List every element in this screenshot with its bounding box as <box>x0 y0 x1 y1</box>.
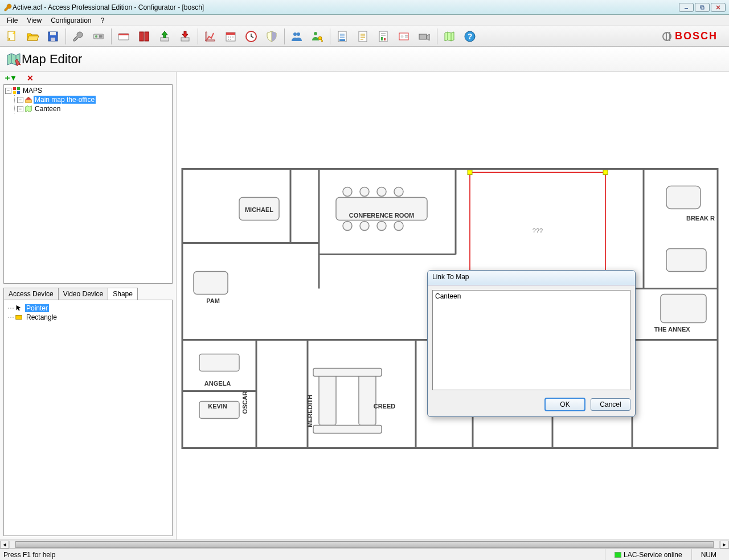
svg-point-21 <box>314 32 317 35</box>
list-item[interactable]: Canteen <box>434 292 629 301</box>
menu-file[interactable]: File <box>2 15 22 26</box>
svg-rect-27 <box>381 37 383 40</box>
svg-rect-15 <box>181 38 189 41</box>
help-icon: ? <box>463 30 477 43</box>
delete-map-button[interactable]: ✕ <box>27 73 34 83</box>
toolbar-new-button[interactable] <box>2 28 22 45</box>
toolbar-doors-button[interactable] <box>134 28 154 45</box>
tree-node-main-map[interactable]: − Main map the-office <box>17 95 171 104</box>
horizontal-scrollbar[interactable]: ◄ ► <box>0 539 729 549</box>
svg-text:???: ??? <box>533 227 543 234</box>
toolbar-wrench-button[interactable] <box>68 28 88 45</box>
shape-pointer[interactable]: ⋯ Pointer <box>7 304 169 313</box>
svg-text:CONFERENCE ROOM: CONFERENCE ROOM <box>349 212 414 219</box>
svg-rect-26 <box>379 31 387 42</box>
menu-view[interactable]: View <box>22 15 46 26</box>
svg-text:THE ANNEX: THE ANNEX <box>654 326 690 333</box>
device-icon <box>92 30 105 43</box>
toolbar-save-button[interactable] <box>43 28 63 45</box>
window-restore-button[interactable] <box>695 3 710 12</box>
shape-rectangle[interactable]: ⋯ Rectangle <box>7 313 169 322</box>
window-close-button[interactable] <box>711 3 726 12</box>
svg-point-30 <box>401 35 404 38</box>
menu-configuration[interactable]: Configuration <box>46 15 96 26</box>
toolbar-text2-button[interactable] <box>353 28 372 45</box>
svg-rect-73 <box>359 374 376 426</box>
toolbar-schedule-button[interactable] <box>200 28 220 45</box>
svg-point-58 <box>360 187 369 197</box>
doors-icon <box>137 30 151 43</box>
maps-root-icon <box>13 87 21 95</box>
svg-rect-29 <box>399 33 408 40</box>
shield-icon <box>265 30 279 43</box>
expand-icon[interactable]: − <box>5 88 11 94</box>
svg-text:OSCAR: OSCAR <box>241 391 248 414</box>
svg-rect-25 <box>359 31 367 42</box>
tab-shape[interactable]: Shape <box>108 288 138 300</box>
shape-panel: ⋯ Pointer ⋯ Rectangle <box>3 300 173 536</box>
toolbar-calendar-button[interactable] <box>221 28 240 45</box>
map-canvas[interactable]: MICHAEL CONFERENCE ROOM BREAK R PAM KITC… <box>177 72 729 539</box>
svg-rect-67 <box>661 295 706 323</box>
svg-rect-34 <box>13 87 16 90</box>
svg-rect-35 <box>17 87 20 90</box>
scroll-thumb[interactable] <box>15 541 714 548</box>
menu-help[interactable]: ? <box>96 15 109 26</box>
toolbar-help-button[interactable]: ? <box>460 28 480 45</box>
window-minimize-button[interactable] <box>679 3 694 12</box>
svg-rect-37 <box>17 91 20 94</box>
badge-icon <box>397 30 411 43</box>
svg-point-59 <box>377 187 386 197</box>
svg-rect-9 <box>99 35 103 38</box>
toolbar-users-button[interactable] <box>287 28 306 45</box>
svg-point-19 <box>293 32 297 36</box>
tree-root-node[interactable]: − MAPS <box>5 86 171 95</box>
toolbar-card-button[interactable] <box>114 28 133 45</box>
map-icon <box>443 30 456 43</box>
brand-logo: BOSCH <box>662 30 727 42</box>
tab-access-device[interactable]: Access Device <box>3 288 59 300</box>
cancel-button[interactable]: Cancel <box>591 398 630 411</box>
toolbar-download-button[interactable] <box>175 28 195 45</box>
tree-toolbar: ＋▾ ✕ <box>0 72 176 84</box>
map-tree[interactable]: − MAPS − Main map the-office − Canteen <box>3 84 173 284</box>
svg-rect-6 <box>51 38 55 41</box>
tree-node-label: Canteen <box>34 105 62 113</box>
toolbar-shield-button[interactable] <box>262 28 281 45</box>
toolbar-camera-button[interactable] <box>415 28 434 45</box>
toolbar-clock-button[interactable] <box>241 28 261 45</box>
add-map-button[interactable]: ＋▾ <box>3 73 15 83</box>
toolbar-text1-button[interactable] <box>333 28 352 45</box>
bosch-ring-icon <box>662 32 671 41</box>
toolbar-badge-button[interactable] <box>394 28 413 45</box>
svg-text:CREED: CREED <box>374 403 396 410</box>
svg-rect-24 <box>339 39 345 41</box>
dialog-title: Link To Map <box>428 271 635 285</box>
map-listbox[interactable]: Canteen <box>432 290 630 390</box>
main-toolbar: ? BOSCH <box>0 26 729 47</box>
map-editor-icon <box>6 51 22 67</box>
toolbar-upload-button[interactable] <box>155 28 174 45</box>
scroll-track[interactable] <box>9 541 720 549</box>
scroll-left-button[interactable]: ◄ <box>0 541 9 549</box>
toolbar-map-button[interactable] <box>440 28 459 45</box>
status-service: LAC-Service online <box>605 549 691 560</box>
toolbar-open-button[interactable] <box>23 28 42 45</box>
toolbar-device-button[interactable] <box>89 28 108 45</box>
svg-point-61 <box>343 222 352 231</box>
ok-button[interactable]: OK <box>545 398 585 411</box>
shape-label: Rectangle <box>25 313 58 321</box>
svg-text:KEVIN: KEVIN <box>208 403 227 410</box>
left-panel: ＋▾ ✕ − MAPS − Main map the-office − Cant… <box>0 72 177 539</box>
expand-icon[interactable]: − <box>17 106 23 112</box>
expand-icon[interactable]: − <box>17 97 23 103</box>
status-service-text: LAC-Service online <box>624 551 682 559</box>
tree-root-label: MAPS <box>22 87 43 95</box>
tab-video-device[interactable]: Video Device <box>58 288 109 300</box>
scroll-right-button[interactable]: ► <box>720 541 729 549</box>
toolbar-groups-button[interactable] <box>308 28 327 45</box>
svg-rect-38 <box>16 316 22 320</box>
svg-text:MICHAEL: MICHAEL <box>245 206 273 213</box>
tree-node-canteen[interactable]: − Canteen <box>17 104 171 113</box>
toolbar-report-button[interactable] <box>374 28 393 45</box>
